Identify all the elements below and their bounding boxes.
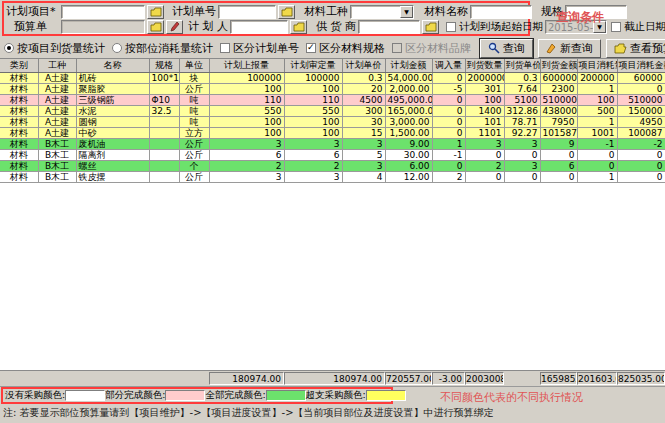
table-cell: 0 (617, 172, 665, 183)
legend-swatch-complete (266, 390, 306, 401)
table-row[interactable]: 材料A土建聚脂胶公斤100100202,000.00-53017.6423001… (0, 84, 665, 95)
table-row[interactable]: 材料A土建中砂立方100100151,500.000110192.2710158… (0, 128, 665, 139)
table-row[interactable]: 材料A土建圆钢吨100100303,000.00010178.717950149… (0, 117, 665, 128)
checkbox-split-plan-no[interactable]: 区分计划单号 (220, 41, 299, 56)
total-arrived-qty: 2003008.0 (465, 372, 504, 385)
column-header[interactable]: 计划审定量 (284, 59, 342, 73)
table-row[interactable]: 材料B木工废机油公斤3339.001339-1-2 (0, 139, 665, 150)
column-header[interactable]: 类别 (0, 59, 38, 73)
column-header[interactable]: 到货数量 (465, 59, 504, 73)
query-button[interactable]: 查询 (480, 39, 533, 58)
table-cell: 0 (617, 150, 665, 161)
table-cell: 54,000.00 (385, 73, 432, 84)
supplier-input[interactable] (358, 20, 420, 34)
legend-swatch-none (65, 390, 105, 401)
budget-browse-button[interactable] (147, 20, 164, 34)
legend-label: 没有采购颜色: (5, 389, 65, 402)
table-cell: 100 (577, 95, 617, 106)
column-header[interactable]: 名称 (76, 59, 149, 73)
table-cell: 150000 (617, 106, 665, 117)
plan-no-input[interactable] (218, 5, 276, 19)
material-trade-select[interactable]: ▼ (350, 5, 414, 19)
checkbox-split-spec[interactable]: 区分材料规格 (306, 41, 385, 56)
table-cell: 1,500.00 (385, 128, 432, 139)
column-header[interactable]: 工种 (38, 59, 76, 73)
table-cell: 0 (432, 106, 465, 117)
checkbox-icon (611, 22, 621, 32)
table-cell: 6 (209, 150, 284, 161)
budget-input[interactable] (61, 20, 145, 34)
query-button-label: 查询 (503, 41, 525, 56)
total-plan-approved: 180974.00 (284, 372, 385, 385)
table-row[interactable]: 材料A土建三级钢筋Φ10吨1101104500495,000.000100510… (0, 95, 665, 106)
table-cell: A土建 (38, 106, 76, 117)
table-cell: A土建 (38, 128, 76, 139)
radio-stat-by-project[interactable]: 按项目到货量统计 (4, 41, 105, 56)
table-cell: 4 (342, 172, 385, 183)
table-cell: 公斤 (179, 139, 209, 150)
table-cell: B木工 (38, 172, 76, 183)
budget-edit-button[interactable] (166, 20, 183, 34)
browse-folder-icon (150, 22, 162, 32)
supplier-browse-button[interactable] (422, 20, 439, 34)
arrive-start-checkbox[interactable]: 计划到场起始日期 (446, 20, 543, 34)
chevron-down-icon[interactable]: ▼ (400, 6, 413, 18)
checkbox-label: 区分计划单号 (233, 41, 299, 56)
totals-bar: 180974.00 180974.00 720557.00 -3.00 2003… (0, 371, 665, 387)
table-row[interactable]: 材料B木工隔离剂公斤66530.00-100000 (0, 150, 665, 161)
column-header[interactable]: 计划单价 (342, 59, 385, 73)
table-cell: 0 (504, 172, 540, 183)
material-name-input[interactable] (470, 5, 532, 19)
table-cell: -2 (617, 139, 665, 150)
table-cell: 3,000.00 (385, 117, 432, 128)
radio-stat-by-part[interactable]: 按部位消耗量统计 (112, 41, 213, 56)
column-header[interactable]: 项目消耗量 (577, 59, 617, 73)
plan-no-label: 计划单号 (172, 4, 216, 19)
totals-spacer (0, 372, 209, 385)
table-cell: 0 (432, 73, 465, 84)
button-bar: 查询 新查询 查看预算单 生成EXCEL 关闭 (480, 39, 665, 58)
new-query-button[interactable]: 新查询 (538, 39, 601, 58)
table-cell: 3 (342, 161, 385, 172)
table-row[interactable]: 材料A土建机砖100*115*53块1000001000000.354,000.… (0, 73, 665, 84)
table-cell: 165,000.00 (385, 106, 432, 117)
checkbox-split-brand[interactable]: 区分材料品牌 (392, 41, 471, 56)
table-cell: 3 (209, 172, 284, 183)
column-header[interactable]: 到货单价 (504, 59, 540, 73)
column-header[interactable]: 到货金额 (540, 59, 577, 73)
legend-row: 没有采购颜色: 部分完成颜色: 全部完成颜色: 超支采购颜色: 不同颜色代表的不… (0, 387, 665, 404)
plan-project-input[interactable] (61, 5, 145, 19)
column-header[interactable]: 单位 (179, 59, 209, 73)
table-row[interactable]: 材料B木工铁皮摆公斤33412.00200010 (0, 172, 665, 183)
column-header[interactable]: 调入量 (432, 59, 465, 73)
table-cell: 2300 (540, 84, 577, 95)
table-cell: -5 (432, 84, 465, 95)
table-cell: Φ10 (149, 95, 179, 106)
plan-project-browse-button[interactable] (147, 5, 164, 19)
column-header[interactable]: 项目消耗金额 (617, 59, 665, 73)
column-header[interactable]: 规格 (149, 59, 179, 73)
deadline-checkbox[interactable]: 截止日期 (611, 20, 665, 34)
column-header[interactable]: 计划金额 (385, 59, 432, 73)
total-arrived-amount: 1659852.0 (540, 372, 577, 385)
planner-browse-button[interactable] (290, 20, 307, 34)
table-row[interactable]: 材料A土建水泥32.5吨550550300165,000.0001400312.… (0, 106, 665, 117)
view-budget-button[interactable]: 查看预算单 (606, 39, 665, 58)
table-cell: B木工 (38, 161, 76, 172)
table-cell: 水泥 (76, 106, 149, 117)
plan-no-browse-button[interactable] (278, 5, 295, 19)
table-cell: 312.86 (504, 106, 540, 117)
legend-swatch-over (366, 390, 406, 401)
table-cell: 60000 (617, 73, 665, 84)
table-cell: 3 (284, 172, 342, 183)
supplier-label: 供 货 商 (316, 19, 356, 34)
table-cell: 550 (209, 106, 284, 117)
table-cell: -1 (577, 139, 617, 150)
table-cell: 材料 (0, 128, 38, 139)
column-header[interactable]: 计划上报量 (209, 59, 284, 73)
legend-swatch-partial (165, 390, 205, 401)
table-row[interactable]: 材料B木工螺丝个2236.00023600 (0, 161, 665, 172)
planner-input[interactable] (230, 20, 288, 34)
total-plan-amount: 720557.00 (385, 372, 432, 385)
table-cell (149, 128, 179, 139)
